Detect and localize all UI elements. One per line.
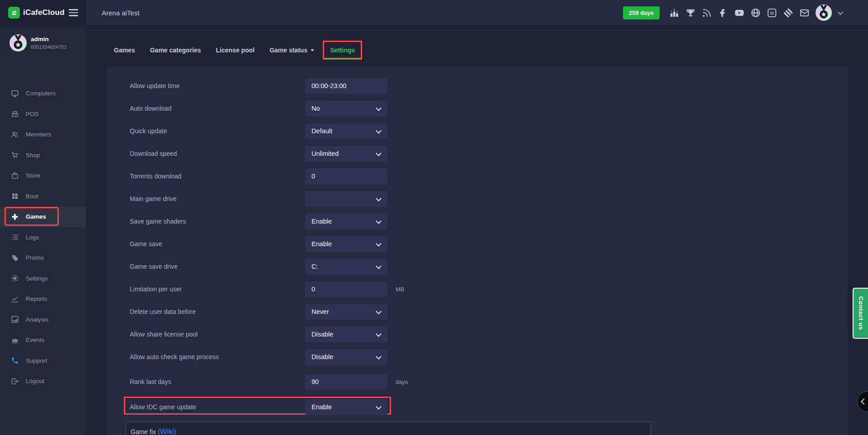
- ranking-podium-icon[interactable]: [669, 8, 679, 18]
- icafecloud-logo-icon: i2: [8, 7, 20, 19]
- form-row: Download speed Unlimited: [130, 146, 406, 162]
- sidebar-item-promo[interactable]: Promo: [0, 248, 86, 268]
- game-save-drive-select[interactable]: C:: [305, 259, 387, 275]
- sidebar-item-support[interactable]: Support: [0, 351, 86, 371]
- rank-last-days-input[interactable]: 90: [305, 374, 387, 390]
- members-icon: [11, 131, 19, 139]
- field-label: Auto download: [130, 101, 172, 117]
- save-game-shaders-select[interactable]: Enable: [305, 214, 387, 229]
- trophy-icon[interactable]: [685, 8, 696, 18]
- form-row: Quick update Default: [130, 123, 406, 139]
- events-icon: [11, 336, 19, 344]
- rss-icon[interactable]: [702, 8, 712, 18]
- field-suffix: MB: [396, 281, 405, 297]
- hamburger-menu-icon[interactable]: [69, 9, 78, 18]
- sidebar-user-avatar[interactable]: [9, 34, 27, 51]
- tab-game-status[interactable]: Game status: [269, 42, 314, 59]
- boot-icon: [11, 192, 19, 200]
- logout-icon: [11, 377, 19, 385]
- facebook-icon[interactable]: [718, 8, 728, 18]
- settings-icon: [11, 274, 19, 282]
- page-title: Arena aiTest: [102, 9, 139, 17]
- globe-icon[interactable]: [750, 8, 761, 18]
- sidebar-item-reports[interactable]: Reports: [0, 289, 86, 309]
- sidebar-item-settings[interactable]: Settings: [0, 268, 86, 289]
- allow-share-license-pool-select[interactable]: Disable: [305, 327, 387, 342]
- sidebar-item-computers[interactable]: Computers: [0, 83, 86, 104]
- field-label: Game save drive: [130, 259, 178, 275]
- sidebar-item-store[interactable]: Store: [0, 165, 86, 186]
- settings-form: Allow update time 00:00-23:00 Auto downl…: [107, 66, 848, 415]
- sidebar-item-games[interactable]: Games: [0, 206, 86, 227]
- support-icon: [11, 356, 19, 365]
- user-id: 0051934824751: [31, 44, 67, 50]
- tab-settings[interactable]: Settings: [323, 41, 362, 60]
- allow-idc-game-update-select[interactable]: Enable: [305, 399, 387, 415]
- diamond-stripes-icon[interactable]: [783, 8, 793, 18]
- sidebar-item-boot[interactable]: Boot: [0, 186, 86, 207]
- promo-icon: [11, 254, 19, 262]
- sidebar-item-members[interactable]: Members: [0, 124, 86, 145]
- contact-us-button[interactable]: Contact us: [853, 288, 868, 339]
- field-label: Main game drive: [130, 191, 177, 207]
- form-row: Rank last days 90 days: [130, 374, 406, 390]
- field-label: Allow IDC game update: [130, 399, 196, 415]
- sidebar-user-block: admin 0051934824751: [0, 25, 86, 58]
- settings-card: Allow update time 00:00-23:00 Auto downl…: [107, 66, 848, 435]
- user-avatar[interactable]: [816, 5, 832, 21]
- download-speed-select[interactable]: Unlimited: [305, 146, 387, 162]
- sidebar-item-logout[interactable]: Logout: [0, 371, 86, 392]
- mail-icon[interactable]: [799, 8, 810, 18]
- user-name: admin: [31, 36, 67, 42]
- field-label: Game save: [130, 236, 162, 252]
- limitation-per-user-input[interactable]: 0: [305, 281, 387, 297]
- form-row: Auto download No: [130, 101, 406, 117]
- shop-icon: [11, 151, 19, 159]
- sidebar-menu: Computers POS Members Shop Store Boot Ga…: [0, 83, 86, 392]
- form-row: Allow auto check game process Disable: [130, 349, 406, 365]
- auto-download-select[interactable]: No: [305, 101, 387, 117]
- games-icon: [11, 213, 19, 221]
- sidebar-item-events[interactable]: Events: [0, 330, 86, 351]
- torrents-download-input[interactable]: 0: [305, 168, 387, 184]
- allow-update-time-input[interactable]: 00:00-23:00: [305, 78, 387, 94]
- form-row: Delete user data before Never: [130, 304, 406, 320]
- field-label: Torrents download: [130, 168, 181, 184]
- delete-user-data-before-select[interactable]: Never: [305, 304, 387, 320]
- form-row: Save game shaders Enable: [130, 214, 406, 229]
- form-row: Limitation per user 0 MB: [130, 281, 406, 297]
- icafecloud-mini-icon[interactable]: i2: [767, 8, 777, 18]
- license-days-badge[interactable]: 259 days: [623, 6, 660, 19]
- game-fix-section: Game fix (Wiki): [126, 421, 651, 435]
- tab-license-pool[interactable]: License pool: [216, 42, 255, 59]
- youtube-icon[interactable]: [734, 8, 745, 18]
- game-save-select[interactable]: Enable: [305, 236, 387, 252]
- allow-auto-check-game-process-select[interactable]: Disable: [305, 349, 387, 365]
- tab-game-categories[interactable]: Game categories: [150, 42, 201, 59]
- computers-icon: [11, 89, 19, 98]
- quick-update-select[interactable]: Default: [305, 123, 387, 139]
- form-row: Allow update time 00:00-23:00: [130, 78, 406, 94]
- field-label: Delete user data before: [130, 304, 196, 320]
- caret-down-icon: [311, 49, 314, 51]
- game-fix-title: Game fix: [131, 428, 158, 435]
- field-label: Allow auto check game process: [130, 349, 219, 365]
- field-label: Quick update: [130, 123, 167, 139]
- sidebar-item-analysis[interactable]: Analysis: [0, 309, 86, 330]
- form-row: Main game drive: [130, 191, 406, 207]
- field-label: Rank last days: [130, 374, 171, 390]
- sidebar-item-logs[interactable]: Logs: [0, 227, 86, 248]
- field-label: Download speed: [130, 146, 177, 162]
- form-row: Game save Enable: [130, 236, 406, 252]
- sidebar: admin 0051934824751 Computers POS Member…: [0, 25, 86, 435]
- game-fix-wiki-link[interactable]: (Wiki): [158, 428, 176, 435]
- sidebar-item-pos[interactable]: POS: [0, 104, 86, 125]
- avatar-caret-down-icon[interactable]: [838, 9, 844, 15]
- pos-icon: [11, 110, 19, 118]
- tab-games[interactable]: Games: [114, 42, 135, 59]
- form-row: Allow IDC game update Enable: [124, 397, 391, 415]
- brand-area: i2 iCafeCloud: [0, 0, 86, 25]
- main-game-drive-select[interactable]: [305, 191, 387, 207]
- sidebar-item-shop[interactable]: Shop: [0, 145, 86, 166]
- field-label: Limitation per user: [130, 281, 182, 297]
